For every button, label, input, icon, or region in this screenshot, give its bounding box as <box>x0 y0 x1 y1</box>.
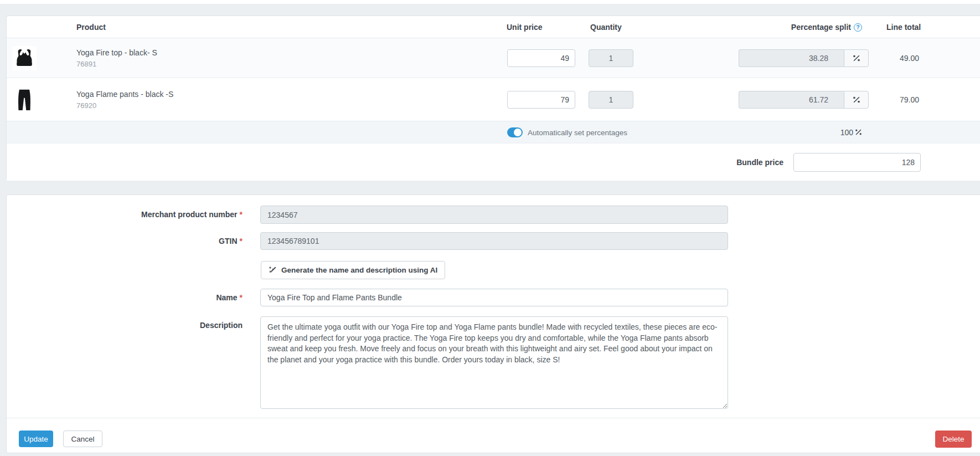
delete-button[interactable]: Delete <box>935 431 972 448</box>
percent-icon <box>855 129 862 135</box>
product-number: 76891 <box>76 60 157 68</box>
percentage-split-input <box>739 49 844 67</box>
name-input[interactable] <box>260 289 728 306</box>
info-icon[interactable]: ? <box>854 23 862 32</box>
required-asterisk: * <box>240 210 243 219</box>
product-thumbnail <box>12 46 37 70</box>
sports-bra-icon <box>13 48 35 69</box>
percentage-split-input <box>739 91 844 109</box>
product-name: Yoga Flame pants - black -S <box>76 90 173 99</box>
unit-price-input[interactable] <box>507 91 575 109</box>
magic-wand-icon <box>269 266 277 274</box>
percent-icon <box>853 96 860 103</box>
product-info: Yoga Fire top - black- S 76891 <box>76 48 157 68</box>
required-asterisk: * <box>240 293 243 302</box>
generate-ai-button[interactable]: Generate the name and description using … <box>261 261 445 279</box>
percentage-split-group <box>739 49 869 67</box>
table-row: Yoga Flame pants - black -S 76920 79.00 <box>7 78 980 121</box>
bundle-price-input[interactable] <box>793 153 921 172</box>
table-header-row: Product Unit price Quantity Percentage s… <box>7 16 980 38</box>
percent-addon-button[interactable] <box>844 91 869 109</box>
quantity-input <box>589 91 633 109</box>
total-percentage: 100 <box>840 128 862 137</box>
gtin-label: GTIN* <box>219 237 243 245</box>
percentage-split-header-label: Percentage split <box>791 23 851 32</box>
column-header-percentage-split: Percentage split ? <box>791 16 862 38</box>
percentage-split-group <box>739 91 869 109</box>
product-thumbnail <box>12 88 37 112</box>
form-footer: Update Cancel Delete <box>7 418 980 453</box>
bundle-price-row: Bundle price <box>7 143 980 181</box>
line-total-value: 79.00 <box>900 95 919 104</box>
description-label: Description <box>200 321 243 330</box>
unit-price-input[interactable] <box>507 49 575 67</box>
total-percentage-value: 100 <box>840 128 853 137</box>
toggle-knob <box>514 129 522 136</box>
bundle-price-label: Bundle price <box>736 158 783 167</box>
bundle-details-card: Merchant product number* GTIN* Generate … <box>6 194 980 453</box>
generate-ai-button-label: Generate the name and description using … <box>281 266 437 274</box>
merchant-product-number-input <box>260 206 728 224</box>
auto-percentages-toggle[interactable] <box>507 127 523 137</box>
cancel-button[interactable]: Cancel <box>63 431 102 447</box>
name-label: Name* <box>216 293 243 302</box>
percent-addon-button[interactable] <box>844 49 869 67</box>
leggings-icon <box>13 88 35 111</box>
update-button[interactable]: Update <box>19 431 53 447</box>
quantity-input <box>589 49 633 67</box>
gtin-input <box>260 232 728 250</box>
top-white-strip <box>0 0 980 4</box>
percent-icon <box>853 55 860 62</box>
product-number: 76920 <box>76 101 173 110</box>
column-header-quantity: Quantity <box>590 16 622 38</box>
auto-percentages-row: Automatically set percentages 100 <box>7 121 980 143</box>
column-header-unit-price: Unit price <box>507 16 543 38</box>
product-info: Yoga Flame pants - black -S 76920 <box>76 90 173 110</box>
auto-percentages-label: Automatically set percentages <box>528 128 627 136</box>
merchant-product-number-label: Merchant product number* <box>141 210 243 219</box>
required-asterisk: * <box>240 237 243 245</box>
product-name: Yoga Fire top - black- S <box>76 48 157 57</box>
column-header-product: Product <box>76 16 106 38</box>
bundle-products-card: Product Unit price Quantity Percentage s… <box>6 16 980 180</box>
description-textarea[interactable] <box>260 316 728 409</box>
table-row: Yoga Fire top - black- S 76891 49.00 <box>7 38 980 78</box>
column-header-line-total: Line total <box>886 16 921 38</box>
line-total-value: 49.00 <box>900 54 919 63</box>
